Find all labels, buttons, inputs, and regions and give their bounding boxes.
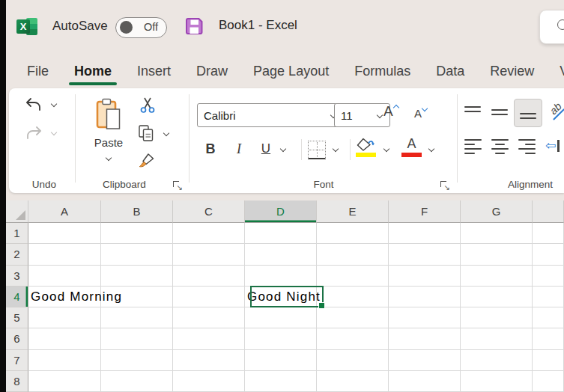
- cell-partial[interactable]: [533, 223, 564, 244]
- cell-B5[interactable]: [101, 307, 173, 328]
- cell-D3[interactable]: [245, 266, 317, 287]
- cell-B2[interactable]: [101, 244, 173, 265]
- tab-home[interactable]: Home: [74, 59, 112, 87]
- column-header-E[interactable]: E: [317, 200, 389, 223]
- font-color-button[interactable]: A: [401, 136, 422, 152]
- align-top-button[interactable]: [464, 105, 481, 120]
- copy-button[interactable]: [137, 124, 156, 146]
- save-icon[interactable]: [184, 16, 204, 39]
- column-header-partial[interactable]: [533, 200, 564, 223]
- copy-dropdown-chevron-icon[interactable]: [163, 131, 170, 136]
- cell-E7[interactable]: [317, 350, 389, 371]
- row-header-2[interactable]: 2: [6, 244, 28, 265]
- cell-A5[interactable]: [28, 307, 101, 328]
- cell-C6[interactable]: [173, 328, 245, 349]
- cell-G8[interactable]: [461, 371, 533, 392]
- cell-B8[interactable]: [101, 371, 173, 392]
- cell-D2[interactable]: [245, 244, 317, 265]
- cell-A8[interactable]: [28, 371, 101, 392]
- redo-button-disabled[interactable]: [25, 126, 43, 144]
- row-header-3[interactable]: 3: [6, 266, 28, 287]
- cell-partial[interactable]: [533, 371, 564, 392]
- column-header-A[interactable]: A: [28, 200, 101, 223]
- align-bottom-button-selected[interactable]: [514, 99, 542, 127]
- tab-review[interactable]: Review: [490, 59, 534, 87]
- decrease-indent-button[interactable]: ⇦: [545, 138, 560, 153]
- column-header-G[interactable]: G: [461, 200, 533, 223]
- row-header-4[interactable]: 4: [6, 287, 28, 307]
- select-all-corner[interactable]: [6, 200, 28, 223]
- cell-C3[interactable]: [173, 266, 245, 287]
- align-middle-button[interactable]: [491, 105, 508, 120]
- cell-D7[interactable]: [245, 350, 317, 371]
- cell-E2[interactable]: [317, 244, 389, 265]
- cell-G4[interactable]: [461, 287, 533, 307]
- search-box[interactable]: [539, 10, 564, 44]
- cell-E5[interactable]: [317, 307, 389, 328]
- cell-B6[interactable]: [101, 328, 173, 349]
- column-header-F[interactable]: F: [389, 200, 461, 223]
- cell-G1[interactable]: [461, 223, 533, 244]
- font-size-chevron-icon[interactable]: [377, 113, 383, 118]
- tab-view[interactable]: View: [560, 59, 564, 87]
- cell-B3[interactable]: [101, 266, 173, 287]
- cell-E3[interactable]: [317, 266, 389, 287]
- cell-partial[interactable]: [533, 350, 564, 371]
- align-right-button[interactable]: [518, 139, 536, 154]
- paste-button[interactable]: [96, 98, 121, 134]
- fill-color-button[interactable]: [356, 138, 376, 156]
- underline-button[interactable]: U: [255, 138, 277, 160]
- tab-insert[interactable]: Insert: [137, 59, 171, 87]
- cell-A6[interactable]: [28, 328, 101, 349]
- cell-D1[interactable]: [245, 223, 317, 244]
- cell-B1[interactable]: [101, 223, 173, 244]
- cell-G7[interactable]: [461, 350, 533, 371]
- undo-dropdown-chevron-icon[interactable]: [51, 102, 58, 107]
- row-header-6[interactable]: 6: [6, 328, 28, 349]
- cell-D5[interactable]: [245, 307, 317, 328]
- cell-F5[interactable]: [389, 307, 461, 328]
- tab-draw[interactable]: Draw: [196, 59, 228, 87]
- cell-partial[interactable]: [533, 244, 564, 265]
- cell-E6[interactable]: [317, 328, 389, 349]
- align-center-button[interactable]: [491, 139, 509, 154]
- paste-dropdown-chevron-icon[interactable]: [106, 156, 112, 161]
- cell-A4[interactable]: Good Morning: [28, 287, 101, 307]
- fill-handle[interactable]: [318, 302, 325, 309]
- excel-logo-icon[interactable]: X: [16, 16, 37, 37]
- underline-chevron-icon[interactable]: [280, 147, 287, 152]
- italic-button[interactable]: I: [228, 138, 250, 160]
- cell-F3[interactable]: [389, 266, 461, 287]
- cell-A1[interactable]: [28, 223, 101, 244]
- font-name-combobox[interactable]: Calibri: [197, 103, 344, 127]
- cell-G5[interactable]: [461, 307, 533, 328]
- cell-C4[interactable]: [173, 287, 245, 307]
- format-painter-icon[interactable]: [139, 153, 157, 174]
- tab-page-layout[interactable]: Page Layout: [253, 59, 329, 87]
- clipboard-dialog-launcher-icon[interactable]: [173, 181, 182, 190]
- autosave-toggle[interactable]: Off: [115, 17, 167, 38]
- undo-button[interactable]: [25, 97, 43, 115]
- cell-F4[interactable]: [389, 287, 461, 307]
- cell-C5[interactable]: [173, 307, 245, 328]
- cell-G3[interactable]: [461, 266, 533, 287]
- bold-button[interactable]: B: [199, 138, 222, 160]
- cell-C8[interactable]: [173, 371, 245, 392]
- orientation-button[interactable]: ab: [550, 102, 564, 124]
- cell-C7[interactable]: [173, 350, 245, 371]
- cell-partial[interactable]: [533, 307, 564, 328]
- cell-F7[interactable]: [389, 350, 461, 371]
- font-size-combobox[interactable]: 11: [334, 103, 390, 127]
- fill-color-chevron-icon[interactable]: [383, 147, 390, 152]
- cell-partial[interactable]: [533, 328, 564, 349]
- cell-D8[interactable]: [245, 371, 317, 392]
- cell-D6[interactable]: [245, 328, 317, 349]
- grow-font-button[interactable]: A: [383, 103, 400, 120]
- cell-G2[interactable]: [461, 244, 533, 265]
- shrink-font-button[interactable]: A: [414, 106, 428, 120]
- cell-E1[interactable]: [317, 223, 389, 244]
- row-header-7[interactable]: 7: [6, 350, 28, 371]
- cell-partial[interactable]: [533, 266, 564, 287]
- cell-A3[interactable]: [28, 266, 101, 287]
- cell-F8[interactable]: [389, 371, 461, 392]
